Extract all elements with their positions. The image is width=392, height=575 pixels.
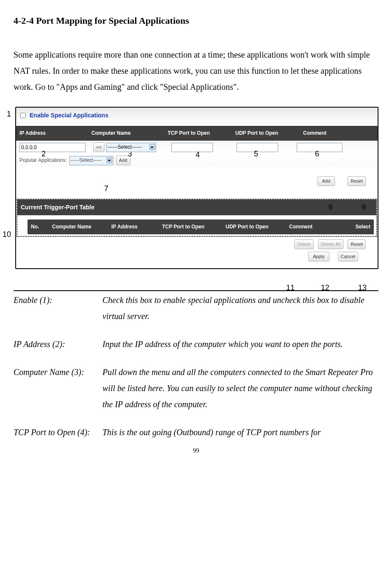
reset-button[interactable]: Reset <box>348 176 366 186</box>
tcol-tcp: TCP Port to Open <box>162 222 226 232</box>
def-term: TCP Port to Open (4): <box>14 424 102 440</box>
add-reset-row: Add Reset <box>16 175 378 188</box>
marker-9: 9 <box>362 203 366 211</box>
marker-2: 2 <box>41 150 46 158</box>
col-comment: Comment <box>303 128 374 138</box>
assign-button[interactable]: << <box>93 142 105 152</box>
apply-cancel-row: Apply Cancel <box>16 250 378 264</box>
col-udp-port: UDP Port to Open <box>235 128 303 138</box>
intro-paragraph: Some applications require more than one … <box>14 47 378 95</box>
def-term: Computer Name (3): <box>14 364 102 412</box>
marker-10: 10 <box>3 231 11 238</box>
tcol-no: No. <box>31 222 52 232</box>
col-ip: IP Address <box>19 128 91 138</box>
col-computer-name: Computer Name <box>91 128 168 138</box>
definitions: Enable (1): Check this box to enable spe… <box>14 292 378 440</box>
marker-5: 5 <box>254 150 258 158</box>
delete-button[interactable]: Delete <box>294 239 314 249</box>
def-body: Input the IP address of the computer whi… <box>102 336 378 352</box>
table-header-row: No. Computer Name IP Address TCP Port to… <box>28 219 374 234</box>
enable-checkbox[interactable] <box>20 113 26 118</box>
ip-address-input[interactable] <box>19 143 86 152</box>
config-panel: Enable Special Applications IP Address C… <box>15 107 378 269</box>
cancel-button[interactable]: Cancel <box>338 252 358 261</box>
apply-button[interactable]: Apply <box>308 252 329 261</box>
reset-button-2[interactable]: Reset <box>348 239 366 249</box>
def-body: Pull down the menu and all the computers… <box>102 364 378 412</box>
popular-apps-select[interactable]: -----Select----- <box>69 156 113 165</box>
tcp-port-input[interactable] <box>171 143 213 152</box>
def-computer-name: Computer Name (3): Pull down the menu an… <box>14 364 378 412</box>
page-heading: 4-2-4 Port Mapping for Special Applicati… <box>14 12 378 30</box>
tcol-udp: UDP Port to Open <box>226 222 289 232</box>
delete-all-button[interactable]: Delete All <box>318 239 343 249</box>
def-tcp-port: TCP Port to Open (4): This is the out go… <box>14 424 378 440</box>
def-body: This is the out going (Outbound) range o… <box>102 424 378 440</box>
marker-8: 8 <box>329 203 333 211</box>
marker-12: 12 <box>321 284 329 292</box>
def-term: IP Address (2): <box>14 336 102 352</box>
delete-buttons-row: Delete Delete All Reset <box>16 237 378 250</box>
marker-4: 4 <box>196 151 200 158</box>
marker-1: 1 <box>7 110 11 118</box>
column-header-row: IP Address Computer Name TCP Port to Ope… <box>16 126 378 141</box>
marker-7: 7 <box>104 185 108 192</box>
tcol-ip: IP Address <box>111 222 162 232</box>
tcol-comment: Comment <box>289 222 331 232</box>
computer-name-select[interactable]: ------Select------ <box>106 143 156 152</box>
comment-input[interactable] <box>297 143 342 152</box>
tcol-select: Select <box>331 222 370 232</box>
enable-label: Enable Special Applications <box>30 110 108 121</box>
add-button[interactable]: Add <box>317 176 335 186</box>
def-ip-address: IP Address (2): Input the IP address of … <box>14 336 378 352</box>
section-header: Current Trigger-Port Table <box>17 200 376 215</box>
def-body: Check this box to enable special applica… <box>102 292 378 324</box>
marker-13: 13 <box>358 284 367 292</box>
marker-6: 6 <box>315 150 319 158</box>
tcol-computer-name: Computer Name <box>52 222 111 232</box>
figure-area: 1 2 3 4 5 6 7 8 9 10 11 12 13 Enable Spe… <box>14 107 378 269</box>
def-term: Enable (1): <box>14 292 102 324</box>
marker-11: 11 <box>286 284 295 292</box>
page-number: 99 <box>14 444 378 457</box>
def-enable: Enable (1): Check this box to enable spe… <box>14 292 378 324</box>
col-tcp-port: TCP Port to Open <box>168 128 235 138</box>
trigger-port-section: Current Trigger-Port Table No. Computer … <box>17 199 377 236</box>
enable-bar: Enable Special Applications <box>16 108 378 124</box>
